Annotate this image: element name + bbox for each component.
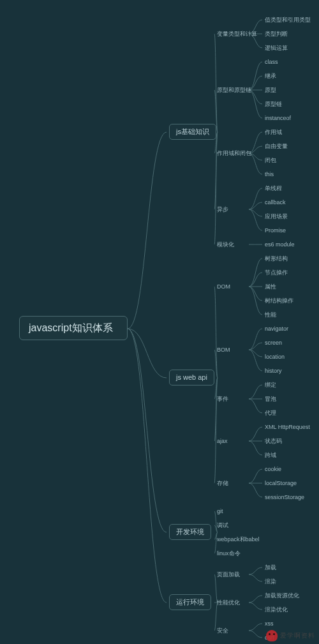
- mindmap-node[interactable]: 原型: [265, 86, 276, 95]
- mindmap-node[interactable]: git: [217, 507, 223, 516]
- mindmap-node[interactable]: 存储: [217, 479, 228, 488]
- mindmap-node[interactable]: ajax: [217, 437, 228, 446]
- mindmap-node[interactable]: 加载: [265, 563, 276, 573]
- mindmap-node[interactable]: 应用场景: [265, 212, 288, 221]
- mindmap-node[interactable]: class: [265, 57, 278, 67]
- topic-node[interactable]: js web api: [169, 370, 214, 386]
- mindmap-node[interactable]: 作用域: [265, 128, 282, 137]
- mindmap-node[interactable]: 页面加载: [217, 570, 240, 580]
- mindmap-node[interactable]: 代理: [265, 408, 276, 418]
- mindmap-node[interactable]: callback: [265, 198, 286, 207]
- mindmap-node[interactable]: localStorage: [265, 479, 297, 488]
- mindmap-node[interactable]: 继承: [265, 71, 276, 81]
- watermark: 爱学啊资料: [266, 630, 315, 641]
- mindmap-node[interactable]: DOM: [217, 282, 230, 292]
- mindmap-node[interactable]: 原型链: [265, 100, 282, 109]
- mindmap-node[interactable]: 属性: [265, 282, 276, 292]
- mindmap-node[interactable]: linux命令: [217, 549, 241, 558]
- mindmap-node[interactable]: 单线程: [265, 184, 282, 193]
- topic-node[interactable]: 运行环境: [169, 594, 211, 610]
- octopus-icon: [266, 630, 278, 641]
- mindmap-node[interactable]: Promise: [265, 226, 286, 236]
- mindmap-node[interactable]: instanceof: [265, 114, 291, 123]
- mindmap-node[interactable]: 性能: [265, 310, 276, 320]
- mindmap-node[interactable]: 异步: [217, 205, 228, 214]
- mindmap-node[interactable]: 事件: [217, 394, 228, 404]
- mindmap-node[interactable]: 原型和原型链: [217, 86, 251, 95]
- mindmap-node[interactable]: 逻辑运算: [265, 43, 288, 53]
- mindmap-node[interactable]: webpack和babel: [217, 535, 260, 544]
- mindmap-node[interactable]: 冒泡: [265, 394, 276, 404]
- topic-node[interactable]: 开发环境: [169, 524, 211, 540]
- mindmap-node[interactable]: 树形结构: [265, 254, 288, 264]
- mindmap-node[interactable]: navigator: [265, 324, 288, 334]
- mindmap-node[interactable]: es6 module: [265, 240, 295, 250]
- mindmap-node[interactable]: history: [265, 366, 282, 376]
- topic-node[interactable]: js基础知识: [169, 124, 216, 140]
- mindmap-node[interactable]: 性能优化: [217, 598, 240, 608]
- mindmap-node[interactable]: 作用域和闭包: [217, 149, 251, 158]
- mindmap-node[interactable]: 类型判断: [265, 29, 288, 39]
- mindmap-node[interactable]: screen: [265, 338, 282, 348]
- mindmap-node[interactable]: 值类型和引用类型: [265, 15, 311, 25]
- mindmap-node[interactable]: this: [265, 170, 274, 179]
- mindmap-node[interactable]: 自由变量: [265, 142, 288, 151]
- mindmap-node[interactable]: 变量类型和计算: [217, 29, 257, 39]
- mindmap-node[interactable]: xss: [265, 619, 274, 629]
- mindmap-node[interactable]: 闭包: [265, 156, 276, 165]
- mindmap-node[interactable]: 绑定: [265, 380, 276, 390]
- mindmap-node[interactable]: 渲染: [265, 577, 276, 587]
- mindmap-canvas: javascript知识体系js基础知识变量类型和计算值类型和引用类型类型判断逻…: [0, 0, 319, 644]
- mindmap-node[interactable]: 安全: [217, 626, 228, 636]
- mindmap-node[interactable]: 渲染优化: [265, 605, 288, 615]
- mindmap-node[interactable]: 状态码: [265, 437, 282, 446]
- watermark-text: 爱学啊资料: [280, 631, 315, 640]
- mindmap-node[interactable]: 树结构操作: [265, 296, 293, 306]
- mindmap-node[interactable]: location: [265, 352, 285, 362]
- mindmap-node[interactable]: 模块化: [217, 240, 234, 250]
- mindmap-node[interactable]: 调试: [217, 521, 228, 530]
- mindmap-node[interactable]: sessionStorage: [265, 493, 304, 502]
- mindmap-node[interactable]: 加载资源优化: [265, 591, 299, 601]
- mindmap-node[interactable]: XML HttpRequest: [265, 423, 310, 432]
- root-node[interactable]: javascript知识体系: [19, 316, 128, 340]
- mindmap-node[interactable]: BOM: [217, 345, 230, 355]
- mindmap-node[interactable]: 跨域: [265, 451, 276, 460]
- mindmap-node[interactable]: 节点操作: [265, 268, 288, 278]
- mindmap-node[interactable]: cookie: [265, 465, 281, 474]
